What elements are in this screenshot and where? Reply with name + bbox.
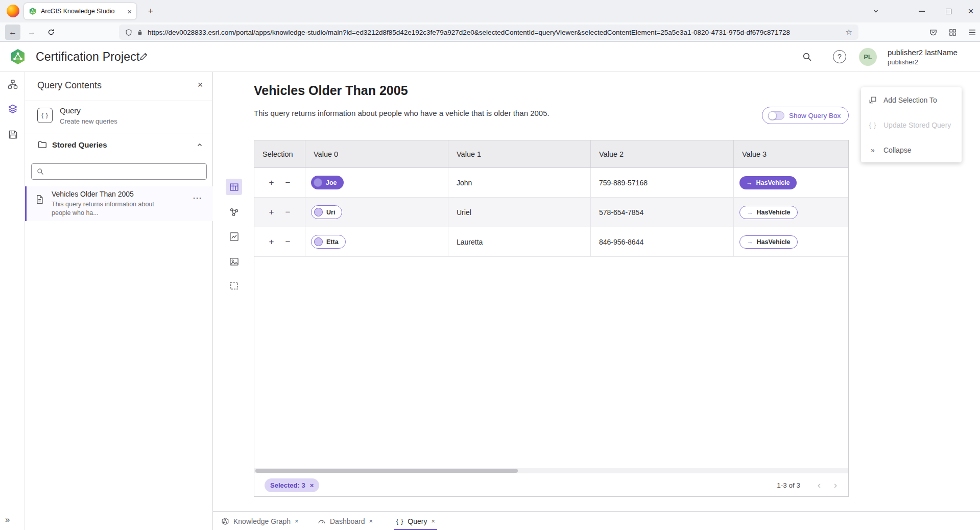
table-row[interactable]: + − Uri Uriel 578-654-7854 →HasVehicle: [254, 198, 848, 227]
expand-rail-icon[interactable]: »: [5, 515, 10, 525]
shield-icon[interactable]: [125, 29, 132, 36]
tab-label: Query: [408, 517, 427, 525]
save-icon[interactable]: [7, 128, 19, 140]
new-query-item[interactable]: { } Query Create new queries: [25, 101, 213, 133]
entity-pill[interactable]: Joe: [311, 176, 344, 189]
column-header[interactable]: Value 0: [305, 140, 448, 167]
horizontal-scrollbar[interactable]: [254, 468, 848, 473]
column-header[interactable]: Value 3: [734, 140, 848, 167]
left-icon-rail: »: [0, 72, 25, 530]
arcgis-knowledge-logo: [9, 48, 27, 65]
toggle-track[interactable]: [768, 111, 784, 120]
expand-selection-plus-icon[interactable]: +: [268, 237, 276, 246]
arrow-right-icon: →: [747, 238, 753, 246]
relationship-pill[interactable]: →HasVehicle: [739, 206, 798, 219]
app-menu-icon[interactable]: [964, 25, 979, 39]
table-row[interactable]: + − Etta Lauretta 846-956-8644 →HasVehic…: [254, 227, 848, 257]
previous-page-icon[interactable]: ‹: [812, 478, 826, 492]
cell-value: 846-956-8644: [591, 227, 734, 256]
column-header[interactable]: Value 2: [591, 140, 734, 167]
stored-query-list-item[interactable]: Vehicles Older Than 2005 This query retu…: [25, 186, 213, 221]
cell-value: Lauretta: [448, 227, 591, 256]
lock-icon[interactable]: [137, 29, 143, 36]
selected-indicator-bar: [25, 186, 27, 221]
remove-selection-minus-icon[interactable]: −: [284, 237, 292, 246]
table-view-icon[interactable]: [226, 179, 242, 195]
table-row[interactable]: + − Joe John 759-889-57168 →HasVehicle: [254, 168, 848, 198]
chevron-up-icon[interactable]: [197, 142, 203, 148]
stored-queries-search-input[interactable]: [48, 168, 201, 176]
tab-close-icon[interactable]: ×: [369, 517, 373, 525]
selected-count-chip[interactable]: Selected: 3 ×: [265, 478, 319, 492]
map-view-icon[interactable]: [226, 253, 242, 270]
remove-selection-minus-icon[interactable]: −: [284, 178, 292, 187]
tab-close-icon[interactable]: ×: [431, 517, 435, 525]
add-selection-icon: [868, 96, 877, 104]
user-avatar[interactable]: PL: [859, 48, 877, 66]
tab-close-icon[interactable]: ×: [127, 8, 132, 15]
window-maximize-button[interactable]: [940, 4, 957, 19]
user-info[interactable]: publisher2 lastName publisher2: [888, 47, 958, 67]
window-close-button[interactable]: ×: [962, 4, 979, 19]
tab-favicon-arcgis-icon: [29, 7, 37, 15]
next-page-icon[interactable]: ›: [829, 478, 842, 492]
menu-item-add-selection-to[interactable]: Add Selection To: [861, 87, 962, 112]
stored-queries-header[interactable]: Stored Queries: [25, 133, 213, 158]
entity-pill[interactable]: Uri: [311, 205, 342, 219]
search-icon[interactable]: [799, 49, 815, 64]
toggle-knob: [768, 111, 777, 120]
chart-view-icon[interactable]: [226, 228, 242, 245]
tab-knowledge-graph[interactable]: Knowledge Graph ×: [221, 512, 299, 530]
tab-query[interactable]: { } Query ×: [396, 512, 435, 530]
collapse-chevrons-icon: »: [868, 146, 877, 154]
column-header[interactable]: Selection: [254, 140, 305, 167]
contents-layers-icon[interactable]: [7, 103, 19, 115]
arrow-right-icon: →: [746, 179, 753, 186]
data-model-icon[interactable]: [7, 78, 19, 90]
panel-title: Query Contents: [37, 80, 102, 91]
query-results-table: Selection Value 0 Value 1 Value 2 Value …: [254, 140, 849, 497]
cell-value: John: [448, 168, 591, 197]
clear-selection-icon[interactable]: ×: [310, 481, 314, 489]
menu-item-collapse[interactable]: » Collapse: [861, 137, 962, 162]
entity-pill[interactable]: Etta: [311, 235, 346, 249]
show-query-box-label: Show Query Box: [789, 112, 841, 119]
expand-selection-plus-icon[interactable]: +: [268, 208, 276, 216]
tab-dashboard[interactable]: Dashboard ×: [318, 512, 373, 530]
selection-tool-icon[interactable]: [226, 277, 242, 294]
arrow-right-icon: →: [747, 209, 753, 216]
cell-value: 578-654-7854: [591, 198, 734, 227]
item-options-ellipsis-icon[interactable]: ⋯: [193, 192, 202, 204]
stored-queries-search[interactable]: [31, 163, 207, 180]
list-all-tabs-icon[interactable]: [867, 4, 885, 19]
query-description: This query returns information about peo…: [254, 109, 549, 117]
help-icon[interactable]: ?: [833, 50, 846, 63]
query-item-title: Query: [60, 106, 81, 115]
firefox-icon[interactable]: [7, 5, 19, 17]
link-chart-icon[interactable]: [226, 204, 242, 220]
query-contents-panel: Query Contents × { } Query Create new qu…: [25, 72, 213, 530]
column-header[interactable]: Value 1: [448, 140, 591, 167]
menu-item-update-stored-query[interactable]: { } Update Stored Query: [861, 112, 962, 137]
tab-close-icon[interactable]: ×: [295, 517, 299, 525]
extensions-icon[interactable]: [945, 25, 960, 39]
remove-selection-minus-icon[interactable]: −: [284, 208, 292, 216]
edit-title-pencil-icon[interactable]: [139, 52, 148, 61]
back-button[interactable]: ←: [5, 25, 20, 40]
panel-close-icon[interactable]: ×: [194, 78, 207, 91]
browser-tab[interactable]: ArcGIS Knowledge Studio ×: [24, 3, 136, 19]
save-to-pocket-icon[interactable]: [925, 25, 941, 39]
reload-button[interactable]: [43, 25, 59, 40]
show-query-box-toggle[interactable]: Show Query Box: [762, 107, 849, 124]
window-minimize-button[interactable]: [913, 4, 930, 19]
bookmark-star-icon[interactable]: ☆: [846, 28, 852, 37]
url-bar[interactable]: https://dev0028833.esri.com/portal/apps/…: [119, 25, 858, 40]
scrollbar-thumb[interactable]: [255, 469, 518, 473]
expand-selection-plus-icon[interactable]: +: [268, 178, 276, 187]
relationship-pill[interactable]: →HasVehicle: [739, 235, 798, 249]
relationship-pill[interactable]: →HasVehicle: [739, 176, 797, 189]
new-tab-button[interactable]: +: [144, 5, 157, 18]
forward-button[interactable]: →: [24, 25, 39, 40]
browser-nav-bar: ← → https://dev0028833.esri.com/portal/a…: [0, 22, 980, 42]
selected-count-label: Selected: 3: [270, 481, 305, 489]
